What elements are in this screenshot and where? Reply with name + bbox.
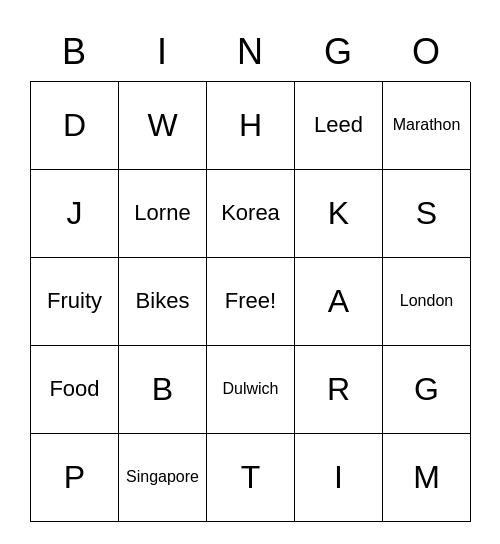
- bingo-cell-24: M: [383, 434, 471, 522]
- bingo-cell-8: K: [295, 170, 383, 258]
- bingo-cell-9: S: [383, 170, 471, 258]
- bingo-cell-23: I: [295, 434, 383, 522]
- bingo-cell-22: T: [207, 434, 295, 522]
- bingo-cell-7: Korea: [207, 170, 295, 258]
- bingo-cell-1: W: [119, 82, 207, 170]
- bingo-header: BINGO: [30, 23, 470, 81]
- bingo-cell-12: Free!: [207, 258, 295, 346]
- header-letter-N: N: [206, 23, 294, 81]
- bingo-cell-21: Singapore: [119, 434, 207, 522]
- bingo-cell-17: Dulwich: [207, 346, 295, 434]
- bingo-grid: DWHLeedMarathonJLorneKoreaKSFruityBikesF…: [30, 81, 470, 522]
- bingo-cell-11: Bikes: [119, 258, 207, 346]
- bingo-cell-6: Lorne: [119, 170, 207, 258]
- bingo-cell-18: R: [295, 346, 383, 434]
- header-letter-G: G: [294, 23, 382, 81]
- header-letter-O: O: [382, 23, 470, 81]
- bingo-cell-4: Marathon: [383, 82, 471, 170]
- bingo-cell-16: B: [119, 346, 207, 434]
- bingo-cell-3: Leed: [295, 82, 383, 170]
- bingo-board: BINGO DWHLeedMarathonJLorneKoreaKSFruity…: [30, 23, 470, 522]
- bingo-cell-19: G: [383, 346, 471, 434]
- bingo-cell-13: A: [295, 258, 383, 346]
- bingo-cell-15: Food: [31, 346, 119, 434]
- header-letter-B: B: [30, 23, 118, 81]
- bingo-cell-0: D: [31, 82, 119, 170]
- bingo-cell-10: Fruity: [31, 258, 119, 346]
- bingo-cell-2: H: [207, 82, 295, 170]
- bingo-cell-14: London: [383, 258, 471, 346]
- bingo-cell-5: J: [31, 170, 119, 258]
- header-letter-I: I: [118, 23, 206, 81]
- bingo-cell-20: P: [31, 434, 119, 522]
